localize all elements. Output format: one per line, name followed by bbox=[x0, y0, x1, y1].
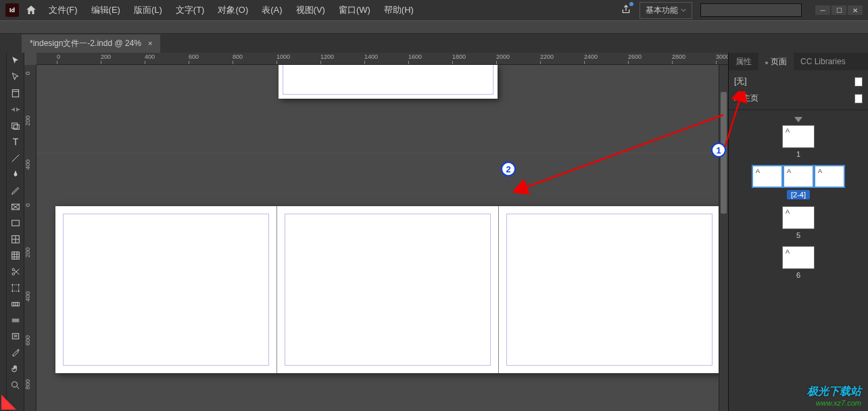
page-thumb-group[interactable]: A5 bbox=[734, 206, 863, 239]
zoom-tool[interactable] bbox=[7, 377, 24, 393]
pen-tool[interactable] bbox=[7, 166, 24, 183]
workspace-label: 基本功能 bbox=[646, 5, 678, 16]
eyedropper-tool[interactable] bbox=[7, 345, 24, 361]
horizontal-ruler[interactable]: 0200400600800100012001400160018002000220… bbox=[37, 53, 728, 65]
minimize-button[interactable]: ─ bbox=[815, 5, 830, 15]
line-tool[interactable] bbox=[7, 150, 24, 166]
page-number: [2-4] bbox=[787, 190, 810, 199]
menu-object[interactable]: 对象(O) bbox=[212, 1, 254, 19]
document-tab-title: *indesign文件一-2.indd @ 24% bbox=[30, 38, 141, 49]
master-pages-section: [无] A-主页 bbox=[729, 70, 868, 110]
spread-page-3[interactable] bbox=[499, 206, 719, 373]
vertical-ruler[interactable]: 02004000200400600800 bbox=[24, 65, 37, 411]
gradient-swatch-tool[interactable] bbox=[7, 296, 24, 312]
pages-list: A1AAA[2-4]A5A6 bbox=[729, 110, 868, 411]
page-peek[interactable] bbox=[279, 65, 498, 99]
rectangle-frame-tool[interactable] bbox=[7, 199, 24, 215]
pencil-tool[interactable] bbox=[7, 183, 24, 199]
type-tool[interactable] bbox=[7, 134, 24, 150]
page-thumb[interactable]: A bbox=[782, 246, 815, 269]
note-tool[interactable] bbox=[7, 329, 24, 345]
search-input[interactable] bbox=[700, 3, 802, 17]
grid-tool[interactable] bbox=[7, 231, 24, 247]
vertical-scrollbar[interactable] bbox=[719, 65, 728, 411]
home-icon[interactable] bbox=[24, 3, 38, 17]
menu-table[interactable]: 表(A) bbox=[256, 1, 287, 19]
page-tool[interactable] bbox=[7, 85, 24, 101]
gap-tool[interactable] bbox=[7, 101, 24, 118]
menu-layout[interactable]: 版面(L) bbox=[128, 1, 168, 19]
master-a[interactable]: A-主页 bbox=[734, 90, 863, 107]
svg-rect-16 bbox=[12, 318, 20, 322]
master-swatch bbox=[854, 77, 863, 87]
svg-rect-5 bbox=[12, 220, 20, 226]
page-number: 5 bbox=[796, 231, 800, 239]
master-swatch bbox=[854, 94, 863, 103]
page-spread[interactable] bbox=[55, 206, 719, 373]
selection-tool[interactable] bbox=[7, 53, 24, 69]
color-indicator[interactable] bbox=[1, 395, 16, 410]
page-thumb-group[interactable]: A6 bbox=[734, 246, 863, 279]
svg-point-18 bbox=[12, 382, 18, 387]
svg-point-11 bbox=[11, 284, 13, 285]
master-none[interactable]: [无] bbox=[734, 73, 863, 90]
toolbox bbox=[7, 53, 24, 411]
page-thumb[interactable]: A bbox=[783, 165, 814, 188]
callout-2: 2 bbox=[501, 162, 516, 176]
share-icon[interactable] bbox=[621, 4, 631, 17]
pages-panel: 属性 页面 CC Libraries [无] A-主页 A1AAA[2-4]A5… bbox=[728, 53, 868, 411]
svg-point-13 bbox=[11, 291, 13, 292]
page-thumb[interactable]: A bbox=[782, 125, 815, 148]
content-collector-tool[interactable] bbox=[7, 118, 24, 134]
document-tab[interactable]: *indesign文件一-2.indd @ 24% × bbox=[22, 34, 160, 53]
panel-tabs: 属性 页面 CC Libraries bbox=[729, 53, 868, 70]
svg-point-14 bbox=[18, 291, 20, 292]
close-button[interactable]: ✕ bbox=[848, 5, 863, 15]
svg-point-12 bbox=[18, 284, 20, 285]
free-transform-tool[interactable] bbox=[7, 280, 24, 296]
page-thumb[interactable]: A bbox=[752, 165, 783, 188]
tab-cc-libraries[interactable]: CC Libraries bbox=[794, 53, 852, 70]
control-strip bbox=[0, 20, 868, 34]
menu-help[interactable]: 帮助(H) bbox=[379, 1, 419, 19]
spread-marker-icon bbox=[794, 117, 802, 122]
maximize-button[interactable]: ☐ bbox=[831, 5, 846, 15]
left-rail bbox=[0, 53, 7, 411]
page-thumb[interactable]: A bbox=[782, 206, 815, 229]
callout-1: 1 bbox=[711, 143, 726, 158]
tab-bar: *indesign文件一-2.indd @ 24% × bbox=[0, 34, 868, 53]
direct-selection-tool[interactable] bbox=[7, 69, 24, 85]
rectangle-tool[interactable] bbox=[7, 215, 24, 231]
page-thumb[interactable]: A bbox=[814, 165, 845, 188]
svg-rect-10 bbox=[12, 285, 18, 291]
menu-edit[interactable]: 编辑(E) bbox=[86, 1, 126, 19]
chevron-down-icon bbox=[681, 7, 686, 13]
scissors-tool[interactable] bbox=[7, 264, 24, 280]
menubar: Id 文件(F) 编辑(E) 版面(L) 文字(T) 对象(O) 表(A) 视图… bbox=[0, 0, 868, 20]
hand-tool[interactable] bbox=[7, 361, 24, 377]
app-logo: Id bbox=[5, 3, 19, 17]
svg-rect-1 bbox=[12, 123, 18, 128]
svg-rect-7 bbox=[12, 252, 20, 260]
menu-file[interactable]: 文件(F) bbox=[43, 1, 83, 19]
grid2-tool[interactable] bbox=[7, 247, 24, 264]
page-thumb-group[interactable]: A1 bbox=[734, 125, 863, 158]
canvas-area: 0200400600800100012001400160018002000220… bbox=[24, 53, 728, 411]
canvas[interactable] bbox=[37, 65, 719, 411]
page-thumb-group[interactable]: AAA[2-4] bbox=[734, 165, 863, 199]
svg-rect-0 bbox=[12, 90, 18, 97]
page-number: 1 bbox=[796, 150, 800, 158]
spread-page-1[interactable] bbox=[55, 206, 277, 373]
menu-type[interactable]: 文字(T) bbox=[170, 1, 210, 19]
tab-pages[interactable]: 页面 bbox=[758, 53, 794, 71]
svg-rect-17 bbox=[12, 333, 18, 339]
watermark: 极光下载站 www.xz7.com bbox=[807, 385, 861, 407]
tab-close-icon[interactable]: × bbox=[148, 39, 152, 47]
menu-window[interactable]: 窗口(W) bbox=[333, 1, 376, 19]
gradient-feather-tool[interactable] bbox=[7, 312, 24, 329]
page-number: 6 bbox=[796, 271, 800, 279]
menu-view[interactable]: 视图(V) bbox=[291, 1, 331, 19]
workspace-selector[interactable]: 基本功能 bbox=[640, 2, 692, 19]
spread-page-2[interactable] bbox=[277, 206, 499, 373]
tab-properties[interactable]: 属性 bbox=[729, 53, 758, 71]
